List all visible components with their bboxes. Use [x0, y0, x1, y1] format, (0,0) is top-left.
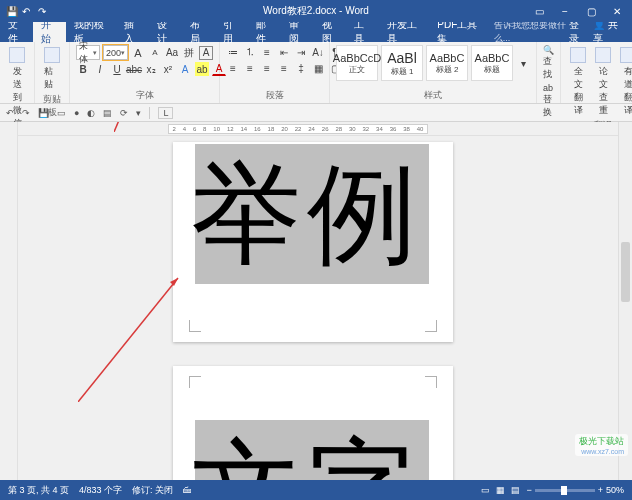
document-text[interactable]: 文字: [191, 436, 423, 480]
qat-undo-icon[interactable]: ↶: [6, 108, 14, 118]
translate-icon: [570, 47, 586, 63]
zoom-slider[interactable]: [535, 489, 595, 492]
style-title[interactable]: AaBbC标题: [471, 45, 513, 81]
undo-icon[interactable]: ↶: [22, 6, 32, 16]
numbering-button[interactable]: ⒈: [243, 45, 257, 59]
line-spacing-button[interactable]: ‡: [294, 61, 308, 75]
paste-icon: [44, 47, 60, 63]
bold-button[interactable]: B: [76, 62, 90, 76]
paper-check-button[interactable]: 论文 查重: [592, 45, 614, 119]
group-label: 段落: [226, 89, 323, 103]
align-left-button[interactable]: ≡: [226, 61, 240, 75]
maximize-button[interactable]: ▢: [580, 2, 602, 20]
replace-button[interactable]: ab 替换: [543, 83, 554, 119]
zoom-thumb[interactable]: [561, 486, 567, 495]
styles-more-button[interactable]: ▾: [516, 56, 530, 70]
zoom-out-button[interactable]: −: [526, 485, 531, 495]
multilevel-button[interactable]: ≡: [260, 45, 274, 59]
italic-button[interactable]: I: [93, 62, 107, 76]
group-translate: 全文 翻译 论文 查重 有道 翻译 翻译: [561, 42, 632, 103]
qat-icon[interactable]: ●: [74, 108, 79, 118]
margin-corner-icon: [425, 320, 437, 332]
group-wechat: 发送 到微信 文件传输: [0, 42, 35, 103]
ime-status[interactable]: 🖮: [183, 485, 192, 495]
change-case-button[interactable]: Aa: [165, 46, 179, 60]
send-to-wechat-button[interactable]: 发送 到微信: [6, 45, 28, 132]
subscript-button[interactable]: x₂: [144, 62, 158, 76]
qat-icon[interactable]: ▭: [57, 108, 66, 118]
paper-icon: [595, 47, 611, 63]
ribbon-tabs: 文件 开始 我的模板 插入 设计 布局 引用 邮件 审阅 视图 工具 开发工具 …: [0, 22, 632, 42]
sort-button[interactable]: A↓: [311, 45, 325, 59]
increase-indent-button[interactable]: ⇥: [294, 45, 308, 59]
grow-font-button[interactable]: A: [131, 46, 145, 60]
redo-icon[interactable]: ↷: [38, 6, 48, 16]
group-editing: 🔍 查找 ab 替换 ▭ 选择 编辑: [537, 42, 561, 103]
vertical-ruler[interactable]: [0, 122, 18, 480]
qat-save-icon[interactable]: 💾: [38, 108, 49, 118]
phonetic-button[interactable]: 拼: [182, 46, 196, 60]
align-justify-button[interactable]: ≡: [277, 61, 291, 75]
find-button[interactable]: 🔍 查找: [543, 45, 554, 81]
font-name-combo[interactable]: 宋体▾: [76, 45, 100, 60]
youdao-icon: [620, 47, 632, 63]
margin-corner-icon: [189, 376, 201, 388]
print-layout-button[interactable]: ▦: [496, 485, 505, 495]
minimize-button[interactable]: −: [554, 2, 576, 20]
close-button[interactable]: ✕: [606, 2, 628, 20]
highlight-button[interactable]: ab: [195, 62, 209, 76]
page-indicator[interactable]: 第 3 页, 共 4 页: [8, 484, 69, 497]
wechat-icon: [9, 47, 25, 63]
qat-text: L: [158, 107, 173, 119]
align-center-button[interactable]: ≡: [243, 61, 257, 75]
youdao-button[interactable]: 有道 翻译: [617, 45, 632, 119]
zoom-percent[interactable]: 50%: [606, 485, 624, 495]
ribbon-options-icon[interactable]: ▭: [528, 2, 550, 20]
strike-button[interactable]: abc: [127, 62, 141, 76]
ribbon: 发送 到微信 文件传输 粘贴 剪贴板 宋体▾ 200▾ A A Aa 拼 A B…: [0, 42, 632, 104]
underline-button[interactable]: U: [110, 62, 124, 76]
scrollbar-thumb[interactable]: [621, 242, 630, 302]
group-label: 字体: [76, 89, 213, 103]
web-layout-button[interactable]: ▤: [511, 485, 520, 495]
zoom-in-button[interactable]: +: [598, 485, 603, 495]
qat-icon[interactable]: ▤: [103, 108, 112, 118]
full-translate-button[interactable]: 全文 翻译: [567, 45, 589, 119]
align-right-button[interactable]: ≡: [260, 61, 274, 75]
save-icon[interactable]: 💾: [6, 6, 16, 16]
char-border-button[interactable]: A: [199, 46, 213, 60]
page-3[interactable]: 举例: [173, 142, 453, 342]
text-effect-button[interactable]: A: [178, 62, 192, 76]
shading-button[interactable]: ▦: [311, 61, 325, 75]
track-changes-status[interactable]: 修订: 关闭: [132, 484, 173, 497]
read-mode-button[interactable]: ▭: [481, 485, 490, 495]
bullets-button[interactable]: ≔: [226, 45, 240, 59]
font-size-combo[interactable]: 200▾: [103, 45, 128, 60]
qat-icon[interactable]: ◐: [87, 108, 95, 118]
group-font: 宋体▾ 200▾ A A Aa 拼 A B I U abc x₂ x² A ab…: [70, 42, 220, 103]
style-normal[interactable]: AaBbCcD正文: [336, 45, 378, 81]
page-4[interactable]: 文字: [173, 366, 453, 480]
word-count[interactable]: 4/833 个字: [79, 484, 122, 497]
qat-icon[interactable]: ⟳: [120, 108, 128, 118]
superscript-button[interactable]: x²: [161, 62, 175, 76]
group-styles: AaBbCcD正文 AaBl标题 1 AaBbC标题 2 AaBbC标题 ▾ 样…: [330, 42, 537, 103]
workspace: 246810121416182022242628303234363840 举例 …: [0, 122, 632, 480]
paste-button[interactable]: 粘贴: [41, 45, 63, 93]
document-area[interactable]: 246810121416182022242628303234363840 举例 …: [18, 122, 632, 480]
horizontal-ruler[interactable]: 246810121416182022242628303234363840: [18, 122, 632, 136]
qat-redo-icon[interactable]: ↷: [22, 108, 30, 118]
group-label: 样式: [336, 89, 530, 103]
decrease-indent-button[interactable]: ⇤: [277, 45, 291, 59]
group-paragraph: ≔ ⒈ ≡ ⇤ ⇥ A↓ ¶ ≡ ≡ ≡ ≡ ‡ ▦ ▢ 段落: [220, 42, 330, 103]
style-heading2[interactable]: AaBbC标题 2: [426, 45, 468, 81]
vertical-scrollbar[interactable]: [618, 122, 632, 480]
watermark: 极光下载站 www.xz7.com: [575, 434, 628, 456]
quick-access-row: ↶ ↷ 💾 ▭ ● ◐ ▤ ⟳ ▾ L: [0, 104, 632, 122]
style-heading1[interactable]: AaBl标题 1: [381, 45, 423, 81]
document-text[interactable]: 举例: [191, 160, 423, 270]
shrink-font-button[interactable]: A: [148, 46, 162, 60]
margin-corner-icon: [189, 320, 201, 332]
qat-more-icon[interactable]: ▾: [136, 108, 141, 118]
window-title: Word教程2.docx - Word: [263, 4, 369, 18]
